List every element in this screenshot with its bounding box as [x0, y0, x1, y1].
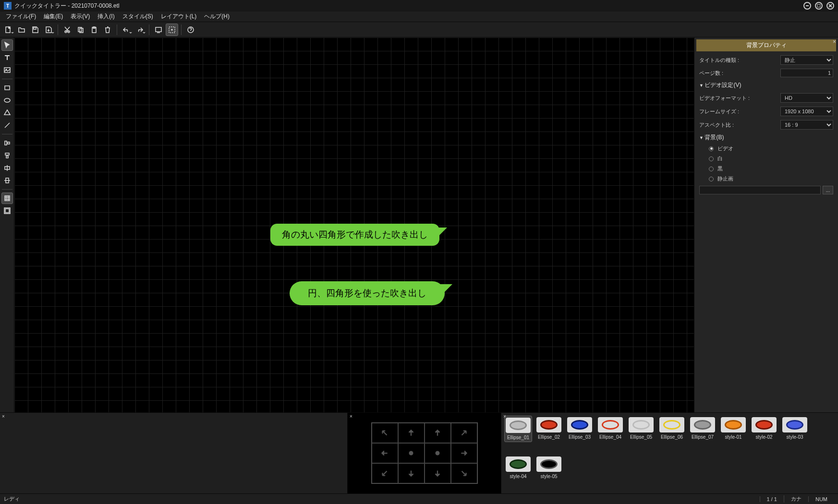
title-type-select[interactable]: 静止: [780, 55, 833, 65]
menu-item[interactable]: 挿入(I): [94, 11, 118, 22]
style-tile[interactable]: Ellipse_02: [535, 416, 563, 441]
video-section-header[interactable]: ビデオ設定(V): [694, 79, 838, 91]
align-w[interactable]: [372, 443, 398, 463]
align-nw[interactable]: [372, 423, 398, 443]
ellipse-tool[interactable]: [1, 95, 13, 106]
svg-rect-12: [156, 27, 161, 32]
panel-close-icon[interactable]: ×: [503, 414, 506, 419]
align-n[interactable]: [425, 423, 451, 443]
menu-item[interactable]: ヘルプ(H): [200, 11, 233, 22]
svg-rect-18: [5, 86, 10, 90]
menu-item[interactable]: スタイル(S): [119, 11, 157, 22]
frame-size-select[interactable]: 1920 x 1080: [780, 107, 833, 116]
bg-image-path[interactable]: [699, 186, 821, 194]
open-button[interactable]: [15, 24, 28, 36]
copy-button[interactable]: [74, 24, 87, 36]
paste-button[interactable]: [88, 24, 100, 36]
style-tile[interactable]: Ellipse_06: [658, 416, 686, 441]
svg-rect-26: [5, 209, 9, 213]
style-tile[interactable]: style-05: [535, 455, 563, 480]
bg-radio-option[interactable]: ビデオ: [694, 144, 838, 154]
center-h-tool[interactable]: [1, 162, 13, 174]
aspect-label: アスペクト比 :: [699, 121, 780, 129]
maximize-button[interactable]: [815, 2, 823, 10]
help-button[interactable]: [184, 24, 197, 36]
preview-button[interactable]: [152, 24, 165, 36]
safe-area-button[interactable]: [166, 24, 178, 36]
text-tool[interactable]: [1, 52, 13, 63]
video-format-select[interactable]: HD: [780, 93, 833, 103]
bg-section-header[interactable]: 背景(B): [694, 132, 838, 144]
bottom-left-panel: ×: [0, 413, 348, 493]
title-bar: T クイックタイトラー - 20210707-0008.etl: [0, 0, 838, 12]
bg-radio-option[interactable]: 黒: [694, 164, 838, 174]
side-toolbar: [0, 37, 14, 412]
align-n[interactable]: [398, 423, 425, 443]
page-count-input[interactable]: [780, 69, 833, 77]
minimize-button[interactable]: [803, 2, 811, 10]
style-tile[interactable]: style-02: [750, 416, 778, 441]
panel-close-icon[interactable]: ×: [2, 414, 5, 419]
style-tile[interactable]: Ellipse_05: [627, 416, 655, 441]
aspect-select[interactable]: 16 : 9: [780, 120, 833, 130]
align-ne[interactable]: [451, 423, 477, 443]
panel-close-icon[interactable]: ×: [833, 38, 836, 45]
svg-rect-1: [817, 4, 820, 7]
rect-tool[interactable]: [1, 82, 13, 94]
svg-point-14: [171, 29, 172, 30]
style-tile[interactable]: style-04: [504, 455, 532, 480]
canvas-area[interactable]: 角の丸い四角形で作成した吹き出し 円、四角形を使った吹き出し: [14, 37, 694, 412]
status-ime: カナ: [784, 495, 808, 503]
save-button[interactable]: [29, 24, 41, 36]
align-c[interactable]: [425, 443, 451, 463]
app-icon: T: [4, 2, 12, 10]
menu-item[interactable]: 編集(E): [40, 11, 67, 22]
main-toolbar: [0, 22, 838, 37]
style-tile[interactable]: Ellipse_01: [504, 416, 532, 442]
svg-rect-5: [34, 27, 36, 29]
status-bar: レディ 1 / 1 カナ NUM: [0, 493, 838, 504]
styles-panel: × Ellipse_01Ellipse_02Ellipse_03Ellipse_…: [501, 413, 838, 493]
delete-button[interactable]: [101, 24, 114, 36]
close-button[interactable]: [826, 2, 834, 10]
align-s[interactable]: [398, 463, 425, 483]
svg-point-19: [4, 98, 10, 102]
polygon-tool[interactable]: [1, 107, 13, 119]
line-tool[interactable]: [1, 120, 13, 131]
safe-toggle[interactable]: [1, 205, 13, 216]
bg-browse-button[interactable]: ...: [823, 186, 833, 194]
align-s[interactable]: [425, 463, 451, 483]
status-ready: レディ: [4, 495, 20, 503]
export-button[interactable]: [42, 24, 55, 36]
align-v-tool[interactable]: [1, 150, 13, 161]
bg-radio-option[interactable]: 静止画: [694, 174, 838, 184]
cut-button[interactable]: [61, 24, 73, 36]
style-tile[interactable]: style-01: [719, 416, 747, 441]
grid-toggle[interactable]: [1, 192, 13, 204]
align-e[interactable]: [451, 443, 477, 463]
select-tool[interactable]: [1, 39, 13, 51]
new-button[interactable]: [2, 24, 14, 36]
align-sw[interactable]: [372, 463, 398, 483]
image-tool[interactable]: [1, 64, 13, 76]
align-h-tool[interactable]: [1, 137, 13, 149]
speech-bubble-2[interactable]: 円、四角形を使った吹き出し: [290, 281, 445, 305]
speech-bubble-1[interactable]: 角の丸い四角形で作成した吹き出し: [270, 224, 439, 246]
svg-point-27: [410, 452, 413, 455]
menu-item[interactable]: 表示(V): [67, 11, 94, 22]
center-v-tool[interactable]: [1, 175, 13, 186]
panel-close-icon[interactable]: ×: [350, 414, 352, 419]
style-tile[interactable]: Ellipse_07: [689, 416, 717, 441]
align-se[interactable]: [451, 463, 477, 483]
style-tile[interactable]: Ellipse_04: [596, 416, 624, 441]
align-c[interactable]: [398, 443, 425, 463]
bubble2-text: 円、四角形を使った吹き出し: [290, 281, 445, 305]
redo-button[interactable]: [134, 24, 146, 36]
undo-button[interactable]: [120, 24, 133, 36]
style-tile[interactable]: Ellipse_03: [566, 416, 594, 441]
menu-bar: ファイル(F)編集(E)表示(V)挿入(I)スタイル(S)レイアウト(L)ヘルプ…: [0, 12, 838, 22]
menu-item[interactable]: ファイル(F): [2, 11, 40, 22]
menu-item[interactable]: レイアウト(L): [157, 11, 201, 22]
bg-radio-option[interactable]: 白: [694, 154, 838, 164]
style-tile[interactable]: style-03: [781, 416, 809, 441]
